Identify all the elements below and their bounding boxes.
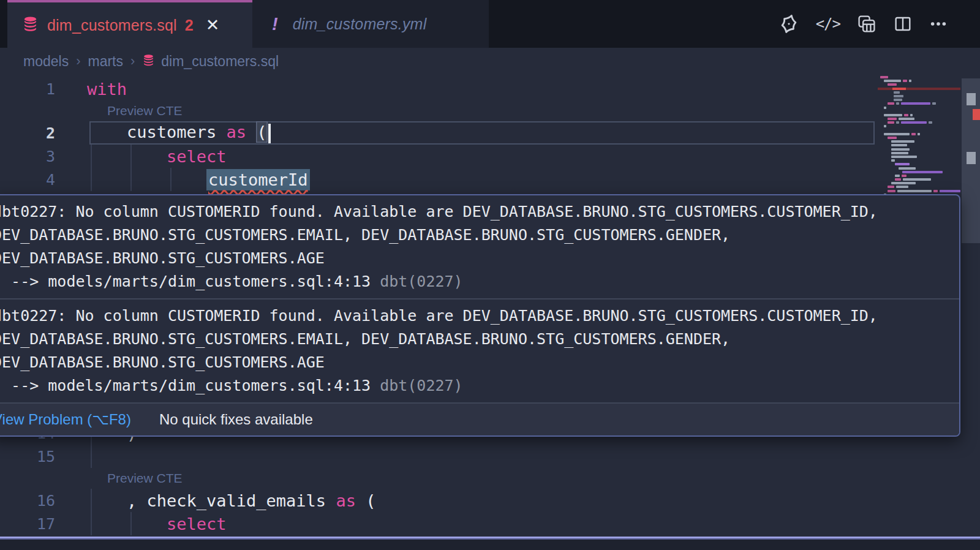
line-number: 1	[0, 80, 67, 98]
minimap-line	[888, 186, 960, 188]
minimap-line	[888, 121, 960, 124]
code-text: , check_valid_emails as (	[127, 491, 375, 510]
minimap-line	[895, 175, 960, 177]
error-count-badge: 2	[185, 17, 194, 34]
minimap-line	[888, 190, 960, 192]
minimap-line	[894, 99, 960, 101]
view-problem-link[interactable]: View Problem (⌥F8)	[0, 411, 131, 428]
tab-bar: dim_customers.sql 2 ✕ ! dim_customers.ym…	[0, 0, 980, 48]
code-line-17[interactable]: 17select	[0, 512, 980, 535]
dbt-logo-icon[interactable]	[778, 13, 800, 35]
minimap-line	[891, 144, 960, 146]
line-number: 16	[0, 492, 67, 510]
breadcrumb-separator-icon: ›	[130, 53, 135, 69]
tab-dim-customers-yml[interactable]: ! dim_customers.yml	[252, 0, 489, 48]
warning-icon: !	[272, 14, 278, 34]
minimap-line	[899, 167, 960, 170]
token: (	[256, 121, 267, 143]
minimap-line	[884, 80, 960, 82]
minimap-error-line	[878, 88, 960, 90]
tab-label: dim_customers.sql	[47, 17, 177, 34]
code-editor[interactable]: 1withPreview CTE2customers as (3select4c…	[0, 75, 980, 537]
error-message-block: dbt0227: No column CUSTOMERID found. Ava…	[0, 299, 959, 402]
split-editor-icon[interactable]	[893, 14, 913, 34]
indent-guide	[91, 168, 92, 191]
database-icon	[22, 16, 39, 35]
token: as	[227, 122, 247, 141]
code-line-1[interactable]: 1with	[0, 77, 980, 100]
ruler-mark-gray	[967, 93, 976, 105]
line-number: 4	[0, 171, 67, 189]
codelens-preview-cte[interactable]: Preview CTE	[107, 104, 183, 118]
query-results-icon[interactable]	[856, 13, 877, 34]
ruler-mark-error	[973, 109, 980, 120]
breadcrumb-separator-icon: ›	[76, 53, 80, 69]
minimap-line	[884, 107, 960, 109]
editor-actions: </>	[778, 0, 948, 48]
minimap-line	[884, 133, 960, 135]
indent-guide	[91, 445, 92, 468]
indent-guide	[130, 168, 132, 191]
code-text: customers as (	[127, 122, 271, 143]
code-text: select	[167, 514, 227, 533]
ruler-mark-gray	[967, 152, 976, 164]
token: select	[167, 147, 227, 166]
minimap[interactable]	[878, 76, 960, 205]
token: customers	[127, 122, 227, 141]
minimap-line	[884, 125, 960, 127]
minimap-line	[891, 140, 960, 143]
minimap-line	[884, 114, 960, 116]
breadcrumb-segment-models[interactable]: models	[23, 53, 69, 70]
breadcrumb: models › marts › dim_customers.sql	[0, 48, 980, 75]
minimap-line	[888, 137, 960, 139]
breadcrumb-segment-marts[interactable]: marts	[88, 53, 123, 70]
line-number: 3	[0, 148, 67, 165]
indent-guide	[91, 489, 92, 512]
more-actions-icon[interactable]	[929, 14, 948, 34]
code-text: with	[87, 80, 127, 99]
tab-label: dim_customers.yml	[293, 15, 427, 33]
code-line-3[interactable]: 3select	[0, 145, 980, 168]
indent-guide	[91, 145, 92, 168]
minimap-line	[894, 91, 960, 94]
bottom-panel-edge	[0, 540, 980, 550]
minimap-line	[891, 159, 960, 162]
code-lines-top: 1withPreview CTE2customers as (3select4c…	[0, 77, 980, 191]
minimap-line	[902, 171, 960, 173]
line-number: 17	[0, 515, 67, 533]
code-text: customerId	[206, 170, 310, 189]
minimap-line	[894, 95, 960, 97]
minimap-line	[888, 102, 960, 105]
code-line-15[interactable]: 15	[0, 445, 980, 468]
error-message-block: dbt0227: No column CUSTOMERID found. Ava…	[0, 195, 959, 298]
indent-guide	[170, 168, 172, 191]
minimap-line	[895, 178, 960, 181]
token: select	[167, 514, 227, 533]
minimap-line	[888, 118, 960, 120]
close-tab-icon[interactable]: ✕	[206, 17, 220, 34]
codelens-preview-cte[interactable]: Preview CTE	[107, 471, 183, 486]
minimap-line	[891, 148, 960, 151]
minimap-line	[895, 163, 960, 165]
text-cursor	[268, 124, 271, 143]
line-number: 2	[0, 124, 67, 142]
error-token-customerid: customerId	[206, 169, 310, 190]
code-line-4[interactable]: 4customerId	[0, 168, 980, 191]
indent-guide	[91, 512, 92, 535]
inline-code-icon[interactable]: </>	[816, 15, 840, 32]
indent-guide	[130, 145, 132, 168]
minimap-line	[878, 110, 960, 113]
tab-dim-customers-sql[interactable]: dim_customers.sql 2 ✕	[7, 0, 252, 48]
no-quick-fixes-label: No quick fixes available	[159, 411, 313, 428]
minimap-line	[891, 156, 960, 158]
code-lines-bottom: 14)15Preview CTE16, check_valid_emails a…	[0, 421, 980, 535]
minimap-line	[888, 83, 960, 86]
code-line-2[interactable]: 2customers as (	[0, 121, 980, 145]
code-line-16[interactable]: 16, check_valid_emails as (	[0, 489, 980, 512]
error-hover-popup: dbt0227: No column CUSTOMERID found. Ava…	[0, 194, 960, 437]
breadcrumb-file[interactable]: dim_customers.sql	[161, 53, 279, 70]
minimap-line	[880, 76, 960, 78]
code-text: select	[167, 147, 227, 166]
minimap-line	[891, 152, 960, 154]
token: (	[356, 491, 376, 510]
